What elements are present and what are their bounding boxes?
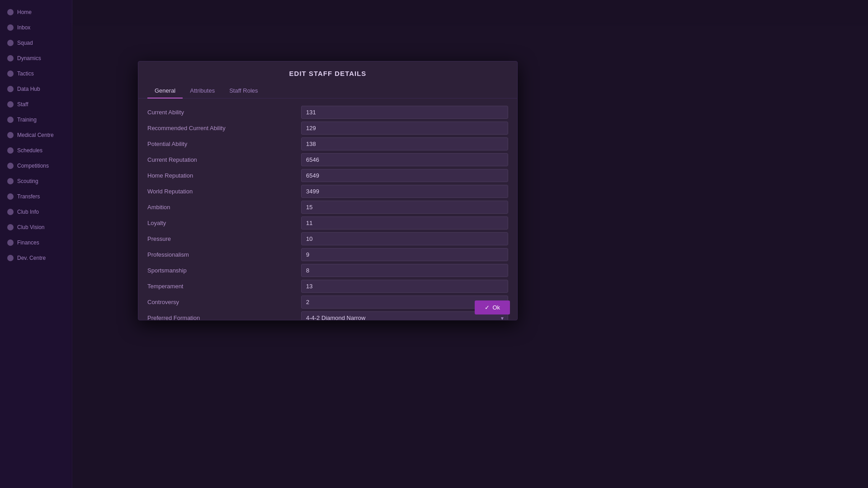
sidebar-item-clubvision[interactable]: Club Vision	[0, 220, 72, 235]
sidebar-label-squad: Squad	[17, 40, 33, 46]
field-preferred-formation: Preferred Formation 4-4-2 Diamond Narrow…	[147, 311, 508, 320]
sidebar-item-dynamics[interactable]: Dynamics	[0, 51, 72, 66]
sidebar-item-squad[interactable]: Squad	[0, 35, 72, 51]
sidebar-item-competitions[interactable]: Competitions	[0, 158, 72, 174]
sidebar-label-transfers: Transfers	[17, 193, 40, 200]
sidebar-label-clubinfo: Club Info	[17, 209, 39, 215]
field-current-ability: Current Ability	[147, 106, 508, 119]
competitions-icon	[7, 163, 14, 169]
input-loyalty[interactable]	[301, 216, 508, 230]
inbox-icon	[7, 24, 14, 31]
sidebar-label-medical: Medical Centre	[17, 132, 54, 138]
input-current-ability[interactable]	[301, 106, 508, 119]
sidebar-label-clubvision: Club Vision	[17, 224, 44, 230]
label-recommended-current-ability: Recommended Current Ability	[147, 125, 301, 131]
sidebar-item-home[interactable]: Home	[0, 5, 72, 20]
squad-icon	[7, 40, 14, 46]
field-potential-ability: Potential Ability	[147, 137, 508, 150]
field-home-reputation: Home Reputation	[147, 169, 508, 182]
transfers-icon	[7, 193, 14, 200]
label-pressure: Pressure	[147, 235, 301, 242]
sidebar-label-datahub: Data Hub	[17, 86, 40, 92]
sidebar-label-scouting: Scouting	[17, 178, 38, 184]
home-icon	[7, 9, 14, 15]
sidebar-item-medical[interactable]: Medical Centre	[0, 127, 72, 143]
training-icon	[7, 117, 14, 123]
sidebar-item-staff[interactable]: Staff	[0, 97, 72, 112]
field-pressure: Pressure	[147, 232, 508, 245]
sidebar-item-tactics[interactable]: Tactics	[0, 66, 72, 81]
input-pressure[interactable]	[301, 232, 508, 245]
sidebar-label-training: Training	[17, 117, 37, 123]
sidebar-label-schedules: Schedules	[17, 147, 42, 154]
sidebar-item-training[interactable]: Training	[0, 112, 72, 127]
ok-label: Ok	[492, 304, 500, 311]
sidebar-label-home: Home	[17, 9, 32, 15]
sidebar-label-tactics: Tactics	[17, 70, 34, 77]
ok-button[interactable]: ✓ Ok	[475, 300, 510, 314]
input-ambition[interactable]	[301, 201, 508, 214]
label-ambition: Ambition	[147, 204, 301, 211]
finances-icon	[7, 239, 14, 246]
scouting-icon	[7, 178, 14, 184]
sidebar-label-devcentre: Dev. Centre	[17, 255, 46, 261]
sidebar-label-inbox: Inbox	[17, 24, 30, 31]
sidebar-label-staff: Staff	[17, 101, 28, 108]
clubinfo-icon	[7, 209, 14, 215]
label-controversy: Controversy	[147, 299, 301, 305]
sidebar-item-inbox[interactable]: Inbox	[0, 20, 72, 35]
devcentre-icon	[7, 255, 14, 261]
field-ambition: Ambition	[147, 201, 508, 214]
input-world-reputation[interactable]	[301, 185, 508, 198]
label-sportsmanship: Sportsmanship	[147, 267, 301, 274]
input-temperament[interactable]	[301, 280, 508, 293]
label-potential-ability: Potential Ability	[147, 141, 301, 147]
label-current-ability: Current Ability	[147, 109, 301, 116]
label-preferred-formation: Preferred Formation	[147, 314, 301, 320]
sidebar-item-scouting[interactable]: Scouting	[0, 174, 72, 189]
input-current-reputation[interactable]	[301, 153, 508, 166]
input-sportsmanship[interactable]	[301, 264, 508, 277]
modal-footer: ✓ Ok	[475, 300, 510, 314]
sidebar-item-transfers[interactable]: Transfers	[0, 189, 72, 204]
sidebar-item-schedules[interactable]: Schedules	[0, 143, 72, 158]
tactics-icon	[7, 70, 14, 77]
modal-body: Current Ability Recommended Current Abil…	[138, 99, 517, 320]
staff-icon	[7, 101, 14, 108]
label-home-reputation: Home Reputation	[147, 172, 301, 179]
field-controversy: Controversy	[147, 296, 508, 309]
edit-staff-modal: EDIT STAFF DETAILS General Attributes St…	[138, 61, 518, 320]
datahub-icon	[7, 86, 14, 92]
sidebar-item-devcentre[interactable]: Dev. Centre	[0, 250, 72, 266]
field-professionalism: Professionalism	[147, 248, 508, 261]
field-sportsmanship: Sportsmanship	[147, 264, 508, 277]
schedules-icon	[7, 147, 14, 154]
clubvision-icon	[7, 224, 14, 230]
field-current-reputation: Current Reputation	[147, 153, 508, 166]
tab-general[interactable]: General	[147, 84, 183, 99]
input-potential-ability[interactable]	[301, 137, 508, 150]
sidebar-item-finances[interactable]: Finances	[0, 235, 72, 250]
sidebar-item-datahub[interactable]: Data Hub	[0, 81, 72, 97]
field-world-reputation: World Reputation	[147, 185, 508, 198]
modal-title: EDIT STAFF DETAILS	[138, 61, 517, 84]
label-loyalty: Loyalty	[147, 220, 301, 226]
field-loyalty: Loyalty	[147, 216, 508, 230]
input-professionalism[interactable]	[301, 248, 508, 261]
input-home-reputation[interactable]	[301, 169, 508, 182]
input-recommended-current-ability[interactable]	[301, 122, 508, 135]
label-world-reputation: World Reputation	[147, 188, 301, 195]
label-current-reputation: Current Reputation	[147, 156, 301, 163]
tab-attributes[interactable]: Attributes	[183, 84, 222, 99]
checkmark-icon: ✓	[485, 304, 490, 311]
dynamics-icon	[7, 55, 14, 61]
sidebar-label-finances: Finances	[17, 239, 39, 246]
sidebar: Home Inbox Squad Dynamics Tactics Data H…	[0, 0, 72, 488]
label-professionalism: Professionalism	[147, 251, 301, 258]
field-recommended-current-ability: Recommended Current Ability	[147, 122, 508, 135]
tab-staff-roles[interactable]: Staff Roles	[222, 84, 265, 99]
sidebar-label-dynamics: Dynamics	[17, 55, 41, 61]
field-temperament: Temperament	[147, 280, 508, 293]
sidebar-item-clubinfo[interactable]: Club Info	[0, 204, 72, 220]
sidebar-label-competitions: Competitions	[17, 163, 49, 169]
